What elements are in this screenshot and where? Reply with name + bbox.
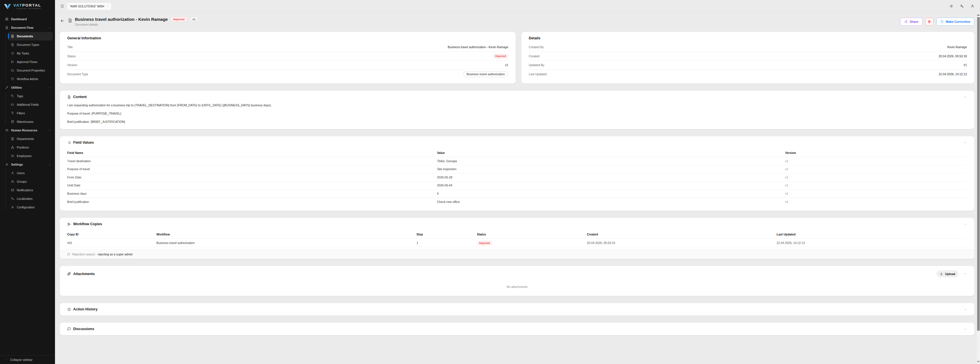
logo-vat: VAT: [13, 3, 22, 7]
app-logo: VATPORTAL FINANCIAL INSTRUMENT: [0, 0, 55, 13]
building-icon: [11, 137, 14, 140]
section-title: Discussions: [73, 327, 94, 331]
logo-tagline: FINANCIAL INSTRUMENT: [13, 8, 41, 10]
no-attachments-text: No attachments: [67, 285, 967, 289]
scrollbar-down-arrow[interactable]: [977, 361, 980, 362]
undo-circle-icon: [940, 20, 944, 23]
sidebar-item-document-types[interactable]: Document Types: [8, 40, 53, 49]
gear-icon: [11, 206, 14, 209]
sidebar-group-settings[interactable]: Settings: [0, 160, 55, 169]
translate-icon[interactable]: [960, 4, 964, 8]
sidebar-group-document-flow[interactable]: Document Flow: [0, 23, 55, 32]
make-correction-button[interactable]: Make Correction: [936, 18, 974, 26]
details-card: Details Created By Kevin Ramage Created …: [521, 32, 974, 83]
sidebar-item-my-tasks[interactable]: My Tasks: [8, 49, 53, 57]
sun-icon[interactable]: [950, 4, 953, 8]
title-block: Business travel authorization - Kevin Ra…: [75, 16, 198, 26]
sidebar-item-notifications[interactable]: Notifications: [8, 186, 53, 195]
app-root: VATPORTAL FINANCIAL INSTRUMENT Dashboard…: [0, 0, 980, 364]
scrollbar[interactable]: [977, 13, 980, 364]
sidebar-item-additional-fields[interactable]: Additional Fields: [8, 101, 53, 109]
sidebar-item-dashboard[interactable]: Dashboard: [0, 15, 55, 23]
chevron-up-icon[interactable]: [964, 96, 967, 99]
sidebar-item-label: Filters: [17, 112, 25, 115]
header-actions: Share Make Correction: [900, 18, 974, 26]
collapse-sidebar-button[interactable]: Collapse sidebar: [0, 355, 55, 364]
card-icon: [11, 69, 14, 72]
chevron-up-icon[interactable]: [964, 141, 967, 144]
back-button[interactable]: [60, 19, 64, 23]
database-icon: [11, 120, 14, 123]
workflow-copies-table: Copy ID Workflow Step Status Created Las…: [67, 230, 967, 247]
share-button[interactable]: Share: [900, 18, 923, 26]
sidebar-item-approval-flows[interactable]: Approval Flows: [8, 57, 53, 66]
upload-button[interactable]: Upload: [936, 270, 959, 277]
sidebar-item-document-properties[interactable]: Document Properties: [8, 66, 53, 75]
tenant-selector[interactable]: "AMR SOLUTİONS" MƏHDU: [67, 2, 112, 10]
input-field-icon: [11, 103, 14, 106]
table-row: Travel destination Tbilisi, Georgia v1: [67, 157, 967, 165]
sidebar-item-label: Documents: [17, 35, 33, 38]
scrollbar-thumb[interactable]: [977, 17, 980, 330]
chevron-up-icon: [48, 27, 51, 29]
workflow-name: Business travel authorization: [156, 241, 417, 244]
tenant-name: "AMR SOLUTİONS" MƏHDU: [70, 5, 104, 8]
sidebar-item-label: Departments: [17, 137, 34, 140]
chevron-down-icon[interactable]: [964, 327, 967, 330]
user-icon[interactable]: [970, 4, 974, 8]
content-paragraph: Purpose of travel: {PURPOSE_TRAVEL}: [67, 112, 967, 115]
section-title: Field Values: [73, 140, 94, 145]
page-title: Business travel authorization - Kevin Ra…: [75, 17, 168, 22]
file-plus-icon: [11, 43, 14, 46]
delete-button[interactable]: [925, 18, 934, 26]
sidebar-item-documents[interactable]: Documents: [8, 32, 53, 40]
table-row: Brief justification Check new office v1: [67, 198, 967, 206]
table-header-row: Copy ID Workflow Step Status Created Las…: [67, 230, 967, 239]
arrow-left-icon: [60, 19, 64, 23]
copy-id: #41: [67, 241, 156, 244]
sidebar-item-users[interactable]: Users: [8, 169, 53, 177]
chat-icon: [67, 253, 70, 256]
sidebar-item-label: Configuration: [17, 206, 35, 209]
content-card: Content I am requesting authorization fo…: [60, 91, 974, 129]
utilities-children: Tags Additional Fields Filters Warehouse…: [0, 92, 55, 126]
chevron-down-icon[interactable]: [964, 272, 967, 275]
info-row-document-type: Document Type Business travel authorizat…: [67, 70, 508, 79]
collapse-sidebar-label: Collapse sidebar: [10, 358, 32, 361]
topbar-icons: [950, 4, 974, 8]
building-icon: [60, 4, 64, 8]
user-icon: [11, 171, 14, 175]
sidebar-item-filters[interactable]: Filters: [8, 109, 53, 117]
table-row: From Date 2026-05-28 v1: [67, 173, 967, 182]
envelope-icon: [11, 188, 14, 192]
sidebar-item-tags[interactable]: Tags: [8, 92, 53, 101]
people-icon: [11, 180, 14, 183]
logo-portal: PORTAL: [22, 3, 41, 7]
branch-icon: [67, 222, 71, 226]
chevron-up-icon: [48, 129, 51, 132]
shield-check-icon: [11, 77, 14, 81]
sidebar-item-departments[interactable]: Departments: [8, 134, 53, 143]
sidebar-item-groups[interactable]: Groups: [8, 177, 53, 186]
chevron-down-icon[interactable]: [964, 308, 967, 311]
sidebar-group-utilities[interactable]: Utilities: [0, 83, 55, 92]
version-badge: v1: [190, 16, 198, 22]
sidebar-item-label: Tags: [17, 94, 23, 98]
sidebar-item-label: Notifications: [17, 188, 33, 192]
sidebar-item-employees[interactable]: Employees: [8, 152, 53, 160]
translate-icon: [11, 197, 14, 200]
clock-history-icon: [67, 308, 71, 311]
sidebar-item-positions[interactable]: Positions: [8, 143, 53, 152]
sidebar-item-localization[interactable]: Localization: [8, 195, 53, 203]
chevron-up-icon[interactable]: [964, 223, 967, 226]
sidebar-group-label: Utilities: [11, 86, 46, 89]
sidebar-item-warehouses[interactable]: Warehouses: [8, 117, 53, 126]
table-header-row: Field Name Value Version: [67, 148, 967, 157]
funnel-icon: [11, 112, 14, 115]
sidebar-group-human-resources[interactable]: Human Resources: [0, 126, 55, 134]
page-subtitle: Document details: [75, 23, 198, 26]
people-icon: [5, 129, 8, 132]
scrollbar-up-arrow[interactable]: [977, 14, 980, 16]
sidebar-item-workflow-admin[interactable]: Workflow Admin: [8, 75, 53, 83]
sidebar-item-configuration[interactable]: Configuration: [8, 203, 53, 211]
